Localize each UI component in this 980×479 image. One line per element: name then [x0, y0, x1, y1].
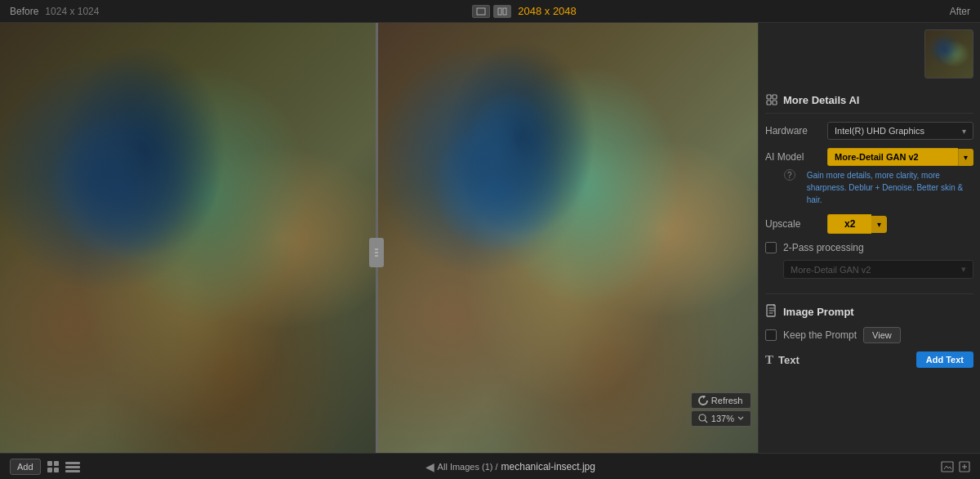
second-model-arrow-icon: ▾ — [961, 264, 966, 275]
grid-view-icon[interactable] — [47, 461, 59, 472]
image-prompt-header: Image Prompt — [765, 304, 973, 319]
info-icon: ? — [784, 169, 795, 181]
image-fit-icon[interactable] — [941, 461, 954, 472]
single-view-icon[interactable] — [472, 5, 490, 18]
canvas-area: Refresh 137% — [0, 23, 758, 453]
hardware-label: Hardware — [765, 125, 821, 137]
svg-point-3 — [375, 248, 376, 250]
upscale-dropdown-arrow[interactable]: ▾ — [871, 216, 887, 233]
svg-rect-12 — [773, 95, 777, 99]
svg-rect-14 — [773, 101, 777, 105]
top-bar: Before 1024 x 1024 2048 x 2048 After — [0, 0, 980, 23]
section-title: More Details AI — [783, 94, 859, 106]
info-text: Gain more details, more clarity, more sh… — [807, 169, 973, 206]
upscale-value[interactable]: x2 — [827, 214, 871, 234]
svg-rect-16 — [65, 462, 80, 464]
svg-point-5 — [375, 252, 376, 253]
two-pass-row: 2-Pass processing — [765, 242, 973, 253]
main-content: Refresh 137% More Details AI Hardware — [0, 23, 980, 453]
svg-rect-18 — [65, 470, 80, 472]
upscale-row: Upscale x2 ▾ — [765, 214, 973, 234]
svg-point-4 — [376, 248, 378, 250]
hardware-value: Intel(R) UHD Graphics — [835, 126, 924, 136]
svg-point-8 — [376, 255, 378, 257]
second-model-dropdown: More-Detail GAN v2 ▾ — [783, 260, 973, 279]
two-pass-label: 2-Pass processing — [783, 242, 864, 253]
info-row: ? Gain more details, more clarity, more … — [765, 169, 973, 206]
text-icon: T — [765, 353, 773, 367]
hardware-row: Hardware Intel(R) UHD Graphics ▾ — [765, 122, 973, 140]
keep-prompt-row: Keep the Prompt View — [765, 327, 973, 343]
svg-rect-13 — [767, 101, 771, 105]
svg-rect-1 — [498, 8, 501, 15]
refresh-button[interactable]: Refresh — [691, 392, 751, 409]
hardware-dropdown[interactable]: Intel(R) UHD Graphics ▾ — [827, 122, 973, 140]
bottom-left: Add — [10, 459, 80, 475]
zoom-icon — [698, 414, 708, 423]
top-bar-right: After — [950, 6, 970, 17]
ai-model-label: AI Model — [765, 151, 821, 163]
svg-point-7 — [375, 255, 376, 257]
after-image — [376, 23, 758, 453]
ai-model-value: More-Detail GAN v2 — [835, 152, 919, 162]
svg-rect-11 — [767, 95, 771, 99]
bottom-bar: Add ◀ All Images (1) / mechanical-insect… — [0, 453, 980, 479]
add-button[interactable]: Add — [10, 459, 41, 475]
panel-divider — [765, 293, 973, 294]
upscale-wrapper: x2 ▾ — [827, 214, 973, 234]
nav-back-arrow[interactable]: ◀ — [425, 460, 434, 473]
before-label: Before — [10, 6, 38, 17]
before-panel — [0, 23, 376, 453]
ai-model-dropdown-arrow[interactable]: ▾ — [958, 149, 973, 166]
text-label-row: T Text — [765, 353, 800, 367]
upscale-label: Upscale — [765, 218, 821, 230]
divider-handle[interactable] — [369, 238, 384, 267]
split-icons[interactable] — [472, 5, 511, 18]
text-label: Text — [778, 354, 800, 366]
divider[interactable] — [376, 23, 378, 453]
after-size: 2048 x 2048 — [518, 5, 577, 17]
image-prompt-title: Image Prompt — [783, 306, 854, 318]
zoom-bar[interactable]: 137% — [691, 410, 751, 427]
svg-rect-0 — [477, 8, 485, 15]
second-model-row: More-Detail GAN v2 ▾ — [765, 260, 973, 279]
ai-model-dropdown-wrapper: More-Detail GAN v2 ▾ — [827, 148, 973, 166]
ai-model-row: AI Model More-Detail GAN v2 ▾ — [765, 148, 973, 166]
svg-point-9 — [699, 414, 706, 421]
section-header: More Details AI — [765, 88, 973, 114]
right-panel: More Details AI Hardware Intel(R) UHD Gr… — [758, 23, 980, 453]
svg-point-6 — [376, 252, 378, 253]
bottom-right — [941, 461, 970, 472]
svg-rect-17 — [65, 466, 80, 468]
two-pass-checkbox[interactable] — [765, 242, 777, 253]
list-view-icon[interactable] — [65, 461, 80, 472]
after-panel — [376, 23, 758, 453]
zoom-dropdown-arrow-icon — [737, 415, 744, 422]
split-view-icon[interactable] — [493, 5, 511, 18]
keep-prompt-checkbox[interactable] — [765, 329, 777, 341]
refresh-label: Refresh — [711, 396, 743, 405]
thumbnail — [924, 29, 973, 78]
svg-line-10 — [705, 420, 707, 423]
filename: mechanical-insect.jpg — [501, 461, 595, 472]
file-path: All Images (1) / — [438, 462, 498, 472]
svg-rect-2 — [503, 8, 506, 15]
zoom-fit-icon[interactable] — [959, 461, 970, 472]
zoom-value: 137% — [711, 414, 734, 423]
text-section-row: T Text Add Text — [765, 351, 973, 368]
before-size: 1024 x 1024 — [45, 6, 99, 17]
before-image — [0, 23, 376, 453]
top-bar-left: Before 1024 x 1024 — [10, 6, 99, 17]
refresh-icon — [698, 396, 708, 405]
canvas-overlay: Refresh 137% — [691, 392, 751, 427]
second-model-value: More-Detail GAN v2 — [791, 265, 871, 275]
image-prompt-icon — [765, 304, 778, 319]
ai-model-dropdown[interactable]: More-Detail GAN v2 — [827, 148, 958, 166]
add-text-button[interactable]: Add Text — [916, 351, 973, 368]
bottom-center: ◀ All Images (1) / mechanical-insect.jpg — [90, 460, 931, 473]
view-button[interactable]: View — [863, 327, 901, 343]
after-label: After — [950, 6, 970, 17]
more-details-icon — [765, 93, 778, 106]
hardware-dropdown-arrow-icon: ▾ — [962, 127, 966, 136]
keep-prompt-label: Keep the Prompt — [783, 329, 857, 341]
